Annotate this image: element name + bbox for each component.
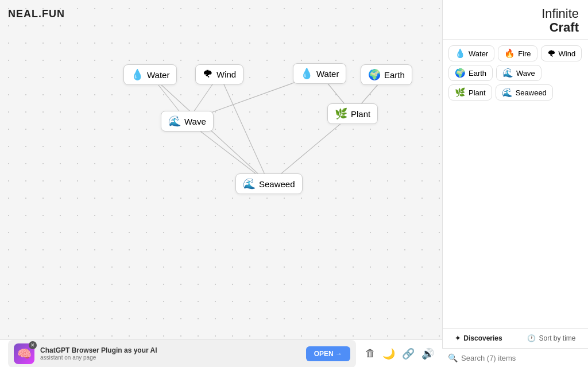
bottom-icons: 🗑 🌙 🔗 🔊: [362, 347, 434, 360]
craft-canvas[interactable]: 💧Water🌪Wind💧Water🌍Earth🌊Wave🌿Plant🌊Seawe…: [0, 0, 442, 367]
moon-icon[interactable]: 🌙: [382, 347, 395, 360]
element-tag-plant[interactable]: 🌿Plant: [448, 84, 492, 101]
node-water1[interactable]: 💧Water: [123, 64, 177, 85]
element-tag-earth[interactable]: 🌍Earth: [448, 65, 493, 81]
node-plant1[interactable]: 🌿Plant: [327, 103, 378, 124]
search-icon: 🔍: [448, 353, 458, 362]
sound-icon[interactable]: 🔊: [421, 347, 434, 360]
svg-line-8: [219, 75, 269, 184]
ad-banner: 🧠 ✕ ChatGPT Browser Plugin as your AI as…: [8, 340, 356, 368]
sidebar-tabs: ✦ Discoveries 🕐 Sort by time: [442, 329, 588, 349]
element-tag-wind[interactable]: 🌪Wind: [541, 45, 582, 61]
ad-title: ChatGPT Browser Plugin as your AI: [40, 346, 300, 354]
share-icon[interactable]: 🔗: [402, 347, 415, 360]
game-title: Infinite Craft: [452, 7, 579, 34]
elements-grid: 💧Water🔥Fire🌪Wind🌍Earth🌊Wave🌿Plant🌊Seawee…: [443, 40, 588, 104]
sidebar-header: Infinite Craft: [443, 0, 588, 40]
node-wave1[interactable]: 🌊Wave: [161, 111, 214, 132]
element-tag-seaweed[interactable]: 🌊Seaweed: [496, 84, 553, 101]
tab-sort[interactable]: 🕐 Sort by time: [515, 329, 588, 348]
sidebar-bottom: ✦ Discoveries 🕐 Sort by time 🔍: [442, 328, 588, 367]
title-infinite: Infinite: [452, 7, 579, 21]
node-seaweed1[interactable]: 🌊Seaweed: [235, 173, 303, 194]
sidebar: Infinite Craft 💧Water🔥Fire🌪Wind🌍Earth🌊Wa…: [442, 0, 588, 367]
ad-open-button[interactable]: OPEN →: [306, 346, 350, 361]
ad-close-icon[interactable]: ✕: [29, 341, 37, 349]
node-earth1[interactable]: 🌍Earth: [361, 64, 412, 85]
element-tag-water[interactable]: 💧Water: [448, 45, 494, 61]
node-water2[interactable]: 💧Water: [293, 63, 346, 84]
element-tag-fire[interactable]: 🔥Fire: [498, 45, 537, 61]
trash-icon[interactable]: 🗑: [365, 347, 376, 360]
search-bar[interactable]: 🔍: [442, 349, 588, 367]
title-craft: Craft: [452, 21, 579, 34]
connections-svg: [0, 0, 442, 367]
logo: NEAL.FUN: [8, 8, 65, 20]
ad-subtitle: assistant on any page: [40, 354, 300, 361]
search-input[interactable]: [461, 354, 582, 362]
tab-discoveries[interactable]: ✦ Discoveries: [442, 329, 515, 348]
node-wind1[interactable]: 🌪Wind: [195, 64, 243, 84]
ad-text: ChatGPT Browser Plugin as your AI assist…: [40, 346, 300, 361]
ad-icon: 🧠 ✕: [14, 343, 34, 364]
bottom-bar: 🧠 ✕ ChatGPT Browser Plugin as your AI as…: [0, 339, 442, 367]
element-tag-wave[interactable]: 🌊Wave: [496, 65, 541, 81]
